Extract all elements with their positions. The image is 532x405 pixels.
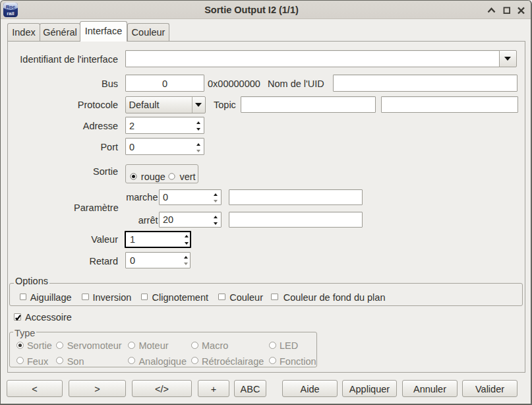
svg-text:rail: rail (7, 11, 14, 16)
svg-text:Roc: Roc (6, 4, 15, 10)
